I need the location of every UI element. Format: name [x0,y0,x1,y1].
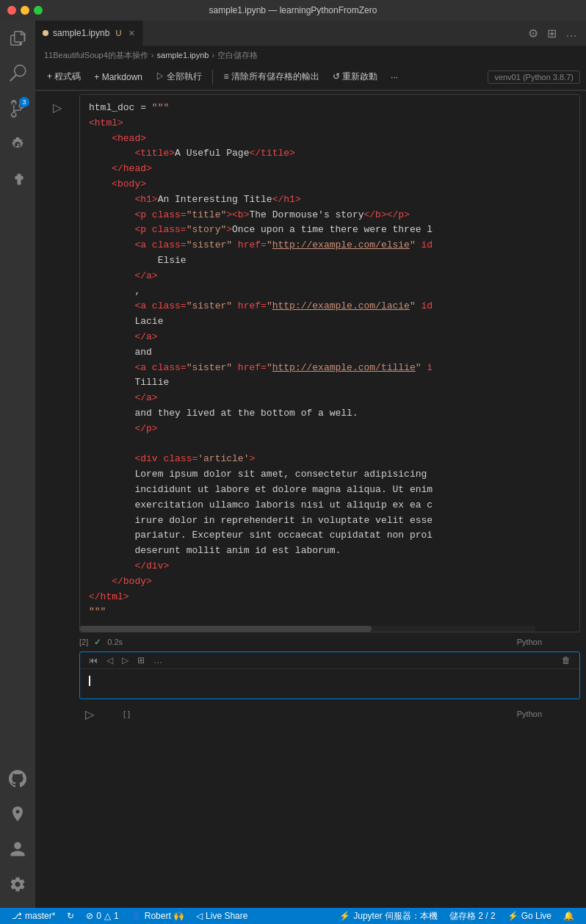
cell-2-toolbar-btn-3[interactable]: ▷ [119,654,131,667]
tab-close-button[interactable]: × [129,27,134,39]
restart-button[interactable]: ↺ 重新啟動 [327,68,383,85]
error-icon: ⊘ [86,911,93,921]
clear-all-button[interactable]: ≡ 清除所有儲存格的輸出 [217,68,325,85]
branch-name: master* [25,911,55,921]
sync-icon: ↻ [67,911,74,921]
kernel-environment-badge[interactable]: venv01 (Python 3.8.7) [488,71,580,84]
run-cell-2-button[interactable]: ▷ [79,704,100,724]
source-control-badge: 3 [19,97,29,107]
cell-2-inner: ⏮ ◁ ▷ ⊞ … 🗑 [79,652,580,699]
sidebar-item-github[interactable] [0,761,35,796]
liveshare-icon: ◁ [196,911,203,921]
breadcrumb-part1: 11BeautifulSoup4的基本操作 [44,50,148,61]
tab-bar: sample1.ipynb U × ⚙ ⊞ … [35,21,586,46]
cell-2-editor[interactable] [80,669,579,699]
activity-bar-bottom [0,761,35,908]
cell-gutter-1: ▷ [35,94,79,118]
more-notebook-icon: ··· [391,72,398,82]
maximize-window-button[interactable] [34,6,43,15]
cell-2-toolbar-btn-2[interactable]: ◁ [104,654,116,667]
branch-icon: ⎇ [12,911,22,921]
cell-2-toolbar-btn-4[interactable]: ⊞ [134,654,148,667]
notebook-container: ▷ html_doc = """ <html> <head> <title>A … [35,91,586,908]
cell-2-toolbar: ⏮ ◁ ▷ ⊞ … 🗑 [80,652,579,669]
window-title: sample1.ipynb — learningPythonFromZero [209,5,377,15]
cell-1-scrollbar-thumb [80,626,372,632]
notebook-cell-2: ⏮ ◁ ▷ ⊞ … 🗑 ▷ [ ] [35,649,586,726]
close-window-button[interactable] [7,6,16,15]
errors-status[interactable]: ⊘ 0 △ 1 [80,908,124,924]
add-code-button[interactable]: + 程式碼 [41,68,87,85]
run-all-button[interactable]: ▷ 全部執行 [150,68,208,85]
feedback-icon: 🔔 [563,911,574,921]
cell-1-language: Python [517,638,542,646]
user-icon: 👤 [131,911,142,921]
tab-modified-label: U [115,29,121,37]
feedback-status[interactable]: 🔔 [557,908,580,924]
cell-2-gutter: ▷ [79,704,123,724]
run-all-label: ▷ 全部執行 [156,71,202,83]
save-status[interactable]: 儲存格 2 / 2 [444,908,502,924]
jupyter-label: Jupyter 伺服器：本機 [353,910,438,923]
sidebar-item-explorer[interactable] [0,21,35,56]
notebook-cell-1: ▷ html_doc = """ <html> <head> <title>A … [35,91,586,649]
warning-icon: △ [104,911,111,921]
breadcrumb-sep2: › [211,51,214,59]
golive-icon: ⚡ [507,911,518,921]
sidebar-item-extensions[interactable] [0,162,35,197]
sidebar-item-accounts[interactable] [0,831,35,867]
golive-status[interactable]: ⚡ Go Live [502,908,557,924]
cell-1-content[interactable]: html_doc = """ <html> <head> <title>A Us… [79,94,580,632]
more-actions-icon[interactable]: … [563,24,580,43]
cell-1-scrollbar[interactable] [80,626,535,632]
user-status[interactable]: 👤 Robert 🙌 [125,908,190,924]
editor-area: sample1.ipynb U × ⚙ ⊞ … 11BeautifulSoup4… [35,21,586,908]
run-cell-1-button[interactable]: ▷ [47,97,68,118]
jupyter-status[interactable]: ⚡ Jupyter 伺服器：本機 [333,908,444,924]
liveshare-label: Live Share [206,911,247,921]
breadcrumb: 11BeautifulSoup4的基本操作 › sample1.ipynb › … [35,46,586,64]
cell-1-status-icon: ✓ [94,637,101,647]
cell-2-number: [ ] [123,710,130,718]
cell-2-toolbar-btn-5[interactable]: … [151,654,165,667]
sidebar-item-source-control[interactable]: 3 [0,91,35,126]
jupyter-icon: ⚡ [339,911,350,921]
toolbar-separator [212,70,213,84]
sync-status[interactable]: ↻ [61,908,80,924]
add-markdown-label: + Markdown [94,72,142,82]
breadcrumb-part3: 空白儲存格 [217,50,258,61]
status-bar: ⎇ master* ↻ ⊘ 0 △ 1 👤 Robert 🙌 ◁ Live Sh… [0,908,586,924]
breadcrumb-sep1: › [151,51,154,59]
sidebar-item-search[interactable] [0,56,35,91]
cell-1-number: [2] [79,638,88,646]
liveshare-status[interactable]: ◁ Live Share [190,908,253,924]
cell-2-language: Python [517,710,542,718]
breadcrumb-part2: sample1.ipynb [157,51,209,59]
minimize-window-button[interactable] [21,6,29,15]
tab-modified-indicator [43,30,48,36]
sidebar-item-remote-explorer[interactable] [0,796,35,831]
tab-filename: sample1.ipynb [53,28,109,38]
titlebar: sample1.ipynb — learningPythonFromZero [0,0,586,21]
more-notebook-button[interactable]: ··· [385,70,404,84]
cell-run-area-1: ▷ html_doc = """ <html> <head> <title>A … [35,91,586,635]
app-container: 3 sample1.ipyn [0,21,586,908]
cell-2-footer: ▷ [ ] Python [35,702,586,726]
user-name: Robert 🙌 [145,911,184,921]
activity-bar: 3 [0,21,35,908]
settings-icon[interactable]: ⚙ [525,24,541,43]
cell-2-delete-button[interactable]: 🗑 [559,654,574,667]
sidebar-item-run-debug[interactable] [0,126,35,162]
golive-label: Go Live [521,911,551,921]
sidebar-item-settings[interactable] [0,867,35,902]
error-count: 0 [96,911,101,921]
cell-2-toolbar-btn-1[interactable]: ⏮ [86,654,101,667]
traffic-lights [7,6,43,15]
cell-1-code-editor[interactable]: html_doc = """ <html> <head> <title>A Us… [80,95,579,626]
add-markdown-button[interactable]: + Markdown [88,70,148,84]
layout-icon[interactable]: ⊞ [544,24,560,43]
tab-actions: ⚙ ⊞ … [525,24,586,43]
branch-status[interactable]: ⎇ master* [6,908,61,924]
file-tab[interactable]: sample1.ipynb U × [35,21,143,46]
clear-all-label: ≡ 清除所有儲存格的輸出 [223,71,319,83]
